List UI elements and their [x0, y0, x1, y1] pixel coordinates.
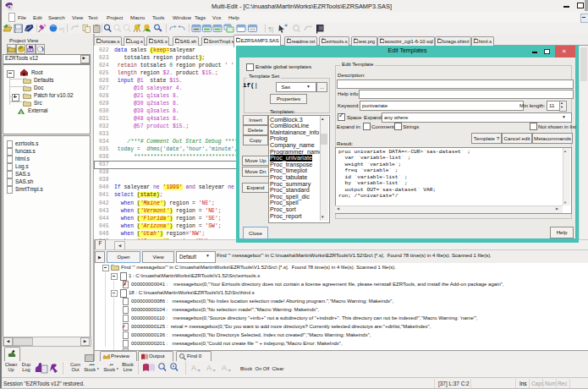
svg-text:«|: «| [59, 25, 65, 33]
svg-text:A: A [222, 364, 227, 372]
svg-text:¶|: ¶| [268, 25, 273, 33]
svg-text:A: A [206, 364, 212, 372]
svg-text:A: A [191, 364, 196, 372]
